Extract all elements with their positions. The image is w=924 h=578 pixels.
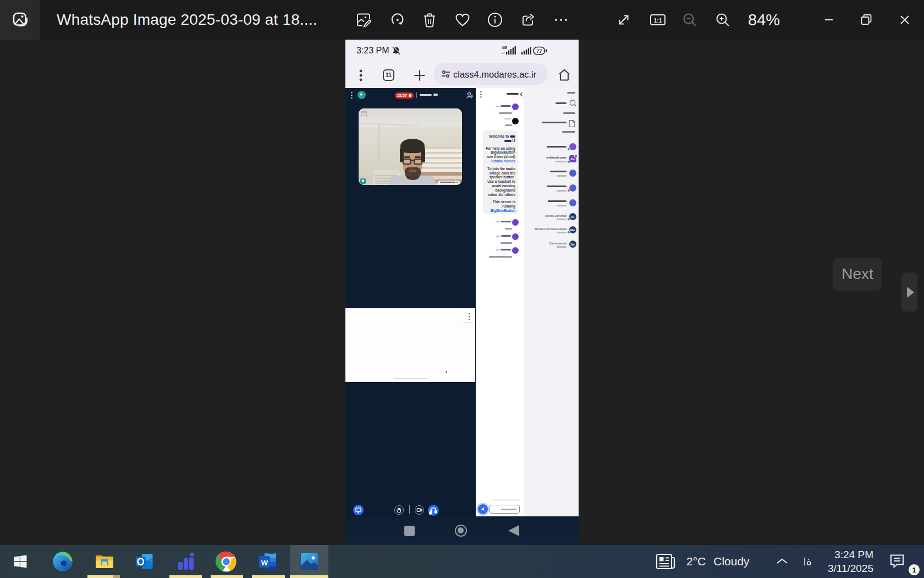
svg-text:4G: 4G [502,45,507,50]
svg-text:77: 77 [536,48,542,54]
svg-text:↓↑: ↓↑ [502,51,505,54]
svg-text:1:1: 1:1 [654,18,662,24]
svg-text:W: W [261,558,268,566]
